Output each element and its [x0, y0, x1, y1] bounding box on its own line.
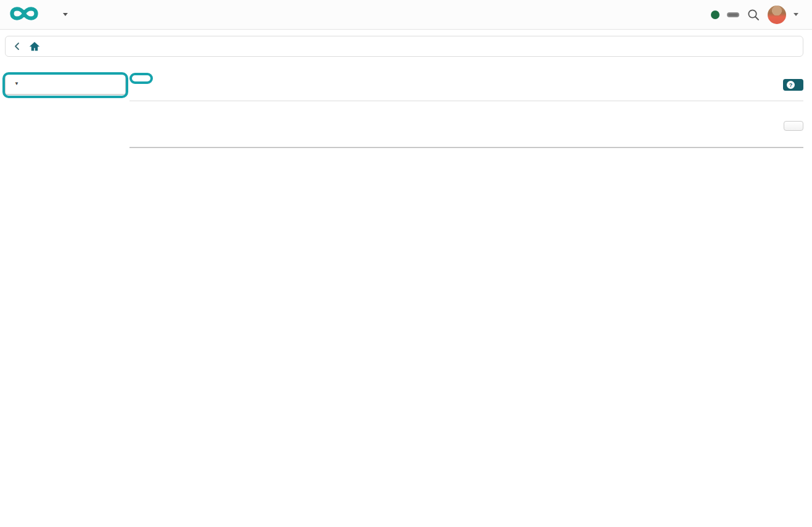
annotation-highlight-title: [129, 73, 153, 84]
user-avatar[interactable]: [768, 6, 786, 24]
back-chevron-icon[interactable]: [13, 41, 22, 51]
home-icon[interactable]: [29, 41, 40, 52]
navbar-right-cluster: [711, 0, 812, 29]
help-button[interactable]: ?: [783, 79, 803, 91]
chat-count-badge[interactable]: [727, 12, 739, 17]
chevron-expanded-icon: ▼: [14, 81, 19, 86]
chevron-down-icon: [63, 13, 68, 16]
column-header-loeschen: [689, 137, 803, 147]
main-panel: ?: [129, 73, 803, 148]
content-area: ▼ ?: [5, 73, 803, 148]
breadcrumb: [5, 36, 803, 57]
question-mark-icon: ?: [787, 81, 795, 89]
menu-item-mehr[interactable]: [49, 0, 78, 29]
sidebar-panel: ▼: [5, 73, 126, 95]
openolat-logo[interactable]: [0, 0, 49, 29]
toolbar: [129, 121, 803, 131]
search-icon[interactable]: [747, 8, 760, 22]
table-header-row: [129, 137, 803, 147]
column-header-typ: [129, 137, 372, 147]
user-menu-chevron-down-icon[interactable]: [794, 13, 798, 16]
sidebar-item-administration[interactable]: ▼: [6, 73, 125, 94]
navbar-spacer: [78, 0, 711, 29]
title-row: ?: [129, 73, 803, 102]
presence-status-dot: [711, 10, 720, 19]
fragetyp-table: [129, 137, 803, 148]
sidebar: ▼: [5, 73, 126, 95]
create-fragetyp-button[interactable]: [784, 121, 803, 131]
top-navbar: [0, 0, 812, 30]
sidebar-section-administration: ▼: [6, 73, 125, 94]
infinity-logo-icon: [9, 4, 39, 25]
column-header-uebersetzung: [372, 137, 689, 147]
title-divider: [129, 101, 803, 101]
